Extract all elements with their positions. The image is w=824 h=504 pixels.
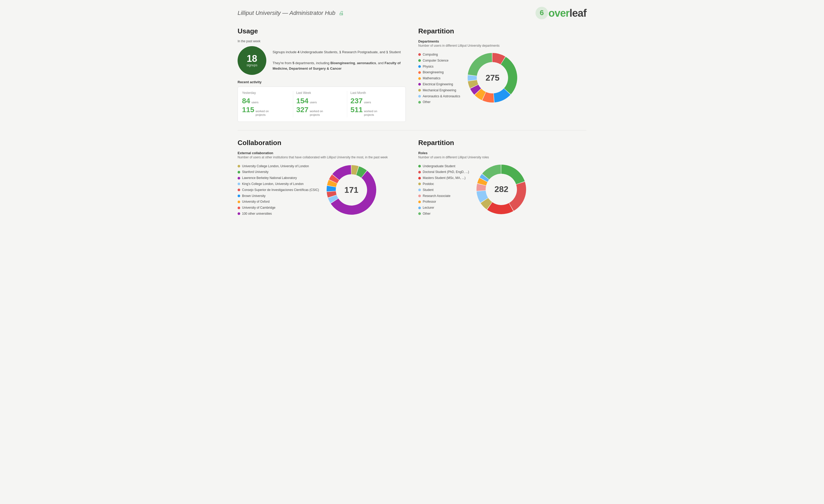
- masters-label: Masters Student (MSc, MA, ...): [423, 175, 466, 181]
- period-last-month: Last Month: [350, 91, 398, 95]
- collab-subsection-desc: Number of users at other institutions th…: [237, 155, 406, 159]
- aero-dot: [418, 95, 421, 98]
- roles-subsection-desc: Number of users in different Lilliput Un…: [418, 155, 587, 159]
- lecturer-label: Lecturer: [423, 205, 434, 211]
- activity-last-week: Last Week 154 users 327 worked onproject…: [293, 91, 347, 117]
- postdoc-label: Postdoc: [423, 181, 434, 187]
- undergrad-label: Undergraduate Student: [423, 163, 455, 169]
- legend-csic: Consejo Superior de Investigaciones Cien…: [237, 187, 319, 193]
- repartition-dept-title: Repartition: [418, 27, 587, 35]
- legend-ucl: University College London, University of…: [237, 163, 319, 169]
- signup-row: 18 signups Signups include 4 Undergradua…: [237, 46, 406, 75]
- lastweek-users-num: 154: [296, 97, 309, 105]
- cs-label: Computer Science: [423, 57, 448, 64]
- cambridge-dot: [237, 207, 240, 209]
- period-last-week: Last Week: [296, 91, 344, 95]
- lbnl-dot: [237, 177, 240, 179]
- physics-label: Physics: [423, 64, 433, 70]
- activity-box: Yesterday 84 users 115 worked onprojects…: [237, 87, 406, 122]
- stanford-dot: [237, 171, 240, 173]
- electrical-dot: [418, 83, 421, 86]
- kings-dot: [237, 182, 240, 185]
- dept-repartition-inner: Computing Computer Science Physics Bioen…: [418, 52, 587, 105]
- research-assoc-dot: [418, 195, 421, 197]
- bioengineering-dot: [418, 71, 421, 74]
- roles-donut-wrapper: 282: [475, 163, 527, 216]
- legend-stanford: Stanford University: [237, 169, 319, 175]
- lastweek-users-row: 154 users: [296, 97, 344, 105]
- svg-text:6: 6: [540, 9, 544, 17]
- cambridge-label: University of Cambridge: [242, 205, 276, 211]
- student-label: Student: [423, 187, 433, 193]
- student-dot: [418, 188, 421, 191]
- mathematics-dot: [418, 77, 421, 80]
- period-yesterday: Yesterday: [242, 91, 290, 95]
- repartition-roles-title: Repartition: [418, 139, 587, 147]
- oxford-dot: [237, 201, 240, 203]
- legend-other-dept: Other: [418, 99, 460, 105]
- legend-masters: Masters Student (MSc, MA, ...): [418, 175, 469, 181]
- page-title: Lilliput University — Administrator Hub: [237, 10, 335, 16]
- lastweek-projects-label: worked onprojects: [310, 109, 323, 117]
- lastweek-users-label: users: [310, 101, 317, 104]
- aero-label: Aeronautics & Astronautics: [423, 93, 460, 99]
- yesterday-users-row: 84 users: [242, 97, 290, 105]
- yesterday-projects-num: 115: [242, 106, 254, 114]
- lastmonth-users-num: 237: [350, 97, 363, 105]
- lecturer-dot: [418, 207, 421, 209]
- legend-research-assoc: Research Associate: [418, 193, 469, 199]
- collab-donut-total: 171: [344, 185, 358, 195]
- roles-legend: Undergraduate Student Doctoral Student (…: [418, 163, 469, 217]
- masters-dot: [418, 177, 421, 179]
- dept-subsection-title: Departments: [418, 39, 587, 43]
- stanford-label: Stanford University: [242, 169, 269, 175]
- signup-description: Signups include 4 Undergraduate Students…: [273, 49, 406, 71]
- physics-dot: [418, 65, 421, 68]
- legend-cambridge: University of Cambridge: [237, 205, 319, 211]
- mechanical-label: Mechanical Engineering: [423, 87, 456, 93]
- dept-donut-total: 275: [486, 73, 500, 83]
- legend-other-roles: Other: [418, 211, 469, 217]
- page-header: Lilliput University — Administrator Hub …: [237, 6, 587, 20]
- legend-professor: Professor: [418, 199, 469, 205]
- legend-physics: Physics: [418, 64, 460, 70]
- oxford-label: University of Oxford: [242, 199, 270, 205]
- legend-mechanical: Mechanical Engineering: [418, 87, 460, 93]
- lastmonth-users-label: users: [364, 101, 371, 104]
- professor-dot: [418, 201, 421, 203]
- research-assoc-label: Research Associate: [423, 193, 450, 199]
- activity-yesterday: Yesterday 84 users 115 worked onprojects: [242, 91, 293, 117]
- lastweek-projects-num: 327: [296, 106, 309, 114]
- repartition-roles-section: Repartition Roles Number of users in dif…: [418, 139, 587, 217]
- signup-number: 18: [247, 54, 257, 64]
- legend-postdoc: Postdoc: [418, 181, 469, 187]
- legend-100-others: 100 other universities: [237, 211, 319, 217]
- doctoral-label: Doctoral Student (PhD, EngD, ...): [423, 169, 469, 175]
- undergrad-dot: [418, 165, 421, 167]
- print-icon[interactable]: 🖨: [339, 10, 344, 16]
- mathematics-label: Mathematics: [423, 76, 440, 82]
- lastmonth-users-row: 237 users: [350, 97, 398, 105]
- professor-label: Professor: [423, 199, 436, 205]
- legend-lbnl: Lawrence Berkeley National Laboratory: [237, 175, 319, 181]
- repartition-dept-section: Repartition Departments Number of users …: [418, 27, 587, 122]
- legend-computing: Computing: [418, 52, 460, 57]
- legend-brown: Brown University: [237, 193, 319, 199]
- lbnl-label: Lawrence Berkeley National Laboratory: [242, 175, 297, 181]
- past-week-label: In the past week: [237, 39, 406, 43]
- other-roles-label: Other: [423, 211, 430, 217]
- overleaf-logo: 6 overleaf: [535, 6, 587, 20]
- section-divider: [237, 130, 587, 130]
- recent-activity-label: Recent activity: [237, 80, 406, 84]
- other-dept-label: Other: [423, 99, 430, 105]
- dept-legend: Computing Computer Science Physics Bioen…: [418, 52, 460, 105]
- collab-subsection-title: External collaboration: [237, 151, 406, 155]
- legend-electrical: Electrical Engineering: [418, 82, 460, 87]
- legend-student: Student: [418, 187, 469, 193]
- legend-kings: King's College London, University of Lon…: [237, 181, 319, 187]
- computing-dot: [418, 53, 421, 56]
- bioengineering-label: Bioengineering: [423, 70, 443, 76]
- kings-label: King's College London, University of Lon…: [242, 181, 304, 187]
- logo-icon: 6: [535, 6, 548, 20]
- mechanical-dot: [418, 89, 421, 92]
